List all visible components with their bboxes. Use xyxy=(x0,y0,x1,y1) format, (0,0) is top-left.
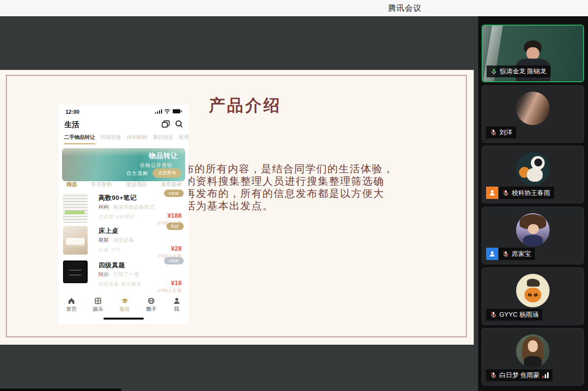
person-icon xyxy=(489,250,496,258)
participant-name: 校科协王春雨 xyxy=(512,189,550,197)
banner-title: 物品转让 xyxy=(149,152,178,161)
participant-name: 刘洋 xyxy=(499,128,512,137)
window-titlebar: 腾讯会议 xyxy=(0,0,588,16)
app-title: 腾讯会议 xyxy=(388,3,422,14)
product-price: ¥188 xyxy=(167,212,182,219)
slide-body-line: 学生生活为基本出发点。 xyxy=(152,199,439,212)
filter-featured: 精选 xyxy=(66,181,77,188)
mic-muted-icon xyxy=(502,190,509,196)
weak-signal-icon xyxy=(542,372,549,378)
new-badge: new xyxy=(164,257,184,264)
phone-mockup: 12:00 生活 二手物品转让 同城饮食 休闲购物 兼职信息 租房 xyxy=(58,105,189,324)
product-desc: 只写了一章 xyxy=(113,271,139,277)
product-tags: 台桌 小巧 xyxy=(98,247,121,253)
tab-parttime: 兼职信息 xyxy=(153,134,173,144)
mic-muted-icon xyxy=(490,129,497,136)
person-icon xyxy=(173,297,181,305)
avatar xyxy=(516,274,550,307)
shared-screen-area[interactable]: 产品介绍 发布的所有内容，是结合同学们的生活体验， 山专门的资料搜集整理人员进行… xyxy=(0,16,478,391)
product-title: 高数90+笔记 xyxy=(98,194,137,202)
search-icon xyxy=(175,120,183,128)
participant-tile[interactable]: 刘洋 xyxy=(482,85,584,143)
nav-circle: 圈子 xyxy=(146,297,157,313)
screen-share-banner: 惊涛金龙 陈锦龙的屏幕共享 xyxy=(0,389,121,391)
banner-query-button: 点击查询 xyxy=(153,168,181,178)
participant-name: 席家宝 xyxy=(512,250,531,259)
participant-nameplate: 席家宝 xyxy=(498,248,535,260)
product-title: 床上桌 xyxy=(98,227,119,235)
participant-tile[interactable]: 席家宝 xyxy=(482,207,584,264)
product-photo xyxy=(63,261,88,283)
nav-life: 生活 xyxy=(120,297,130,313)
product-tags: 七成新 988笔记 xyxy=(98,214,135,220)
home-icon xyxy=(67,297,75,305)
banner-subtitle: 价格公开透明 xyxy=(140,162,172,169)
tab-shopping: 休闲购物 xyxy=(127,134,147,144)
slide-body-line: 发布的所有内容，是结合同学们的生活体验， xyxy=(152,163,439,175)
avatar xyxy=(516,213,550,247)
participant-tile[interactable]: 校科协王春雨 xyxy=(482,146,584,203)
category-tabs: 二手物品转让 同城饮食 休闲购物 兼职信息 租房 xyxy=(64,134,189,144)
participant-tile[interactable]: 惊涛金龙 陈锦龙 xyxy=(482,25,584,82)
battery-icon xyxy=(172,109,182,114)
product-title: 四级真题 xyxy=(98,261,125,270)
product-price: ¥18 xyxy=(171,279,182,287)
stack-icon xyxy=(162,120,170,128)
slide-body-text: 发布的所有内容，是结合同学们的生活体验， 山专门的资料搜集整理人员进行搜集整理筛… xyxy=(152,163,439,212)
seller-name: 阿尔 xyxy=(98,271,109,277)
product-desc: 寝室必备 xyxy=(113,237,134,243)
new-badge: new xyxy=(164,190,184,197)
mic-on-icon xyxy=(490,68,497,75)
filter-study: 学习资料 xyxy=(91,181,112,188)
participant-tile[interactable]: GYYC 杨雨涵 xyxy=(482,267,584,325)
seller-name: 柯柯 xyxy=(98,204,109,210)
tab-secondhand: 二手物品转让 xyxy=(64,134,95,144)
promo-banner: 物品转让 价格公开透明 自主选购 点击查询 xyxy=(62,148,185,181)
wifi-icon xyxy=(164,109,170,114)
slide-body-line: 山专门的资料搜集整理人员进行搜集整理筛选确 xyxy=(152,175,439,187)
status-time: 12:00 xyxy=(65,109,79,115)
page-title: 生活 xyxy=(65,120,79,130)
hot-badge: hot xyxy=(166,223,184,230)
watcher-count: 2789人在看 xyxy=(157,288,182,294)
participant-name: GYYC 杨雨涵 xyxy=(499,310,538,319)
tab-rent: 租房 xyxy=(179,134,189,144)
media-icon xyxy=(94,297,102,305)
product-desc: 期末高数必备笔记 xyxy=(113,204,155,210)
product-photo xyxy=(63,193,88,223)
presentation-slide: 产品介绍 发布的所有内容，是结合同学们的生活体验， 山专门的资料搜集整理人员进行… xyxy=(0,70,474,345)
filter-row: 精选 学习资料 生活用品 体育器材 xyxy=(66,181,182,188)
banner-note: 自主选购 xyxy=(127,170,148,177)
nav-me: 我 xyxy=(173,297,181,313)
graduation-cap-icon xyxy=(121,297,129,305)
status-icons xyxy=(155,109,183,114)
product-tags: 四级必备 重点解决 xyxy=(98,281,142,288)
product-card: 四级真题 阿尔只写了一章 四级必备 重点解决 ¥18 2789人在看 new xyxy=(63,259,184,293)
mic-muted-icon xyxy=(502,251,509,258)
globe-icon xyxy=(147,297,155,305)
participant-nameplate: 校科协王春雨 xyxy=(498,187,554,199)
participant-nameplate: GYYC 杨雨涵 xyxy=(486,309,542,321)
filter-sports: 体育器材 xyxy=(161,181,182,188)
mic-muted-icon xyxy=(490,311,497,318)
participant-name: 惊涛金龙 陈锦龙 xyxy=(500,67,547,76)
product-price: ¥28 xyxy=(171,245,182,252)
participant-tile[interactable]: 白日梦 焦雨蒙 xyxy=(482,328,584,386)
home-indicator xyxy=(103,318,144,320)
participant-nameplate: 白日梦 焦雨蒙 xyxy=(486,369,553,381)
avatar xyxy=(516,92,550,125)
participants-sidebar: 惊涛金龙 陈锦龙 刘洋 校科协王春雨 xyxy=(478,16,588,391)
cell-signal-icon xyxy=(155,109,163,114)
bottom-nav: 首页 娱乐 生活 圈子 xyxy=(58,297,189,313)
slide-title: 产品介绍 xyxy=(209,95,282,117)
seller-name: 斯斯 xyxy=(98,237,109,243)
avatar xyxy=(516,152,550,186)
filter-daily: 生活用品 xyxy=(126,181,147,188)
nav-home: 首页 xyxy=(66,297,77,313)
product-card: 床上桌 斯斯寝室必备 台桌 小巧 ¥28 2780人在看 hot xyxy=(63,225,184,262)
tab-food: 同城饮食 xyxy=(100,134,121,144)
nav-entertainment: 娱乐 xyxy=(93,297,103,313)
meeting-window: 腾讯会议 产品介绍 发布的所有内容，是结合同学们的生活体验， 山专门的资料搜集整… xyxy=(0,0,588,391)
participant-nameplate: 刘洋 xyxy=(486,127,516,138)
person-icon xyxy=(489,189,496,196)
